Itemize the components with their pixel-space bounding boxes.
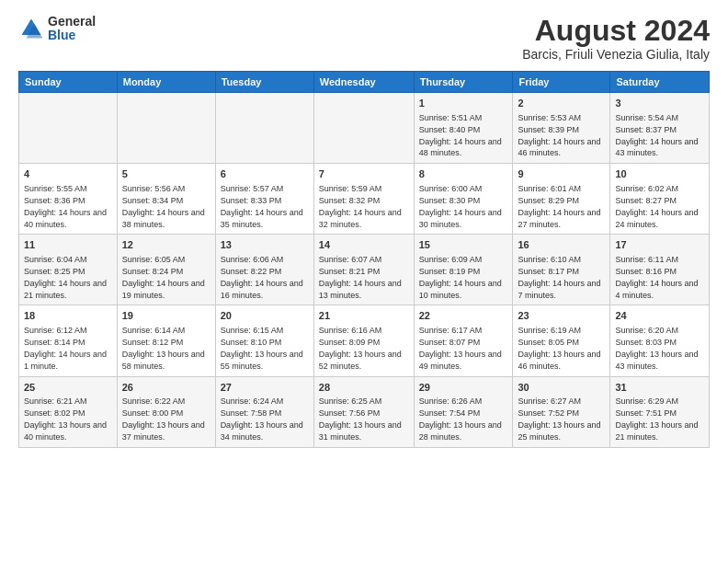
day-number: 14 [319,238,409,252]
day-cell: 3Sunrise: 5:54 AM Sunset: 8:37 PM Daylig… [610,93,710,164]
day-info: Sunrise: 6:14 AM Sunset: 8:12 PM Dayligh… [122,326,205,370]
col-header-monday: Monday [117,72,215,93]
day-info: Sunrise: 6:10 AM Sunset: 8:17 PM Dayligh… [518,255,600,299]
week-row-2: 4Sunrise: 5:55 AM Sunset: 8:36 PM Daylig… [19,164,710,235]
day-number: 3 [615,97,704,110]
week-row-1: 1Sunrise: 5:51 AM Sunset: 8:40 PM Daylig… [19,93,710,164]
day-info: Sunrise: 5:53 AM Sunset: 8:39 PM Dayligh… [518,113,600,157]
day-info: Sunrise: 5:56 AM Sunset: 8:34 PM Dayligh… [122,184,205,228]
day-info: Sunrise: 6:11 AM Sunset: 8:16 PM Dayligh… [615,255,698,299]
day-number: 16 [518,238,605,252]
day-cell: 4Sunrise: 5:55 AM Sunset: 8:36 PM Daylig… [19,164,118,235]
day-info: Sunrise: 6:29 AM Sunset: 7:51 PM Dayligh… [615,396,698,441]
day-number: 13 [221,238,309,252]
page: General Blue August 2024 Barcis, Friuli … [0,0,728,563]
col-header-sunday: Sunday [19,72,118,93]
logo-text: General Blue [48,15,96,43]
day-cell: 27Sunrise: 6:24 AM Sunset: 7:58 PM Dayli… [215,376,313,447]
day-info: Sunrise: 6:04 AM Sunset: 8:25 PM Dayligh… [24,255,107,299]
day-number: 2 [518,97,605,110]
day-number: 17 [615,238,704,252]
day-number: 1 [419,97,508,110]
day-info: Sunrise: 6:15 AM Sunset: 8:10 PM Dayligh… [221,326,303,370]
day-number: 8 [419,167,508,181]
day-number: 11 [24,238,112,252]
col-header-thursday: Thursday [414,72,513,93]
day-cell: 14Sunrise: 6:07 AM Sunset: 8:21 PM Dayli… [313,235,414,305]
day-number: 27 [221,381,309,395]
main-title: August 2024 [522,15,710,47]
day-cell: 7Sunrise: 5:59 AM Sunset: 8:32 PM Daylig… [313,164,414,235]
day-number: 6 [221,167,309,181]
day-info: Sunrise: 5:59 AM Sunset: 8:32 PM Dayligh… [319,184,402,228]
day-cell: 10Sunrise: 6:02 AM Sunset: 8:27 PM Dayli… [610,164,710,235]
day-cell: 20Sunrise: 6:15 AM Sunset: 8:10 PM Dayli… [215,305,313,376]
day-number: 26 [122,381,210,395]
week-row-5: 25Sunrise: 6:21 AM Sunset: 8:02 PM Dayli… [19,376,710,447]
day-number: 20 [221,309,309,323]
day-cell [215,93,313,164]
day-info: Sunrise: 5:51 AM Sunset: 8:40 PM Dayligh… [419,113,502,157]
day-info: Sunrise: 6:09 AM Sunset: 8:19 PM Dayligh… [419,255,502,299]
day-cell: 13Sunrise: 6:06 AM Sunset: 8:22 PM Dayli… [215,235,313,305]
day-number: 19 [122,309,210,323]
week-row-3: 11Sunrise: 6:04 AM Sunset: 8:25 PM Dayli… [19,235,710,305]
subtitle: Barcis, Friuli Venezia Giulia, Italy [522,47,710,62]
day-number: 18 [24,309,112,323]
day-cell: 30Sunrise: 6:27 AM Sunset: 7:52 PM Dayli… [513,376,610,447]
col-header-saturday: Saturday [610,72,710,93]
day-cell: 9Sunrise: 6:01 AM Sunset: 8:29 PM Daylig… [513,164,610,235]
calendar-table: SundayMondayTuesdayWednesdayThursdayFrid… [18,71,710,447]
day-info: Sunrise: 6:22 AM Sunset: 8:00 PM Dayligh… [122,396,205,441]
day-number: 25 [24,381,112,395]
day-info: Sunrise: 6:17 AM Sunset: 8:07 PM Dayligh… [419,326,502,370]
day-number: 29 [419,381,508,395]
day-cell: 28Sunrise: 6:25 AM Sunset: 7:56 PM Dayli… [313,376,414,447]
logo: General Blue [18,15,96,43]
day-cell: 22Sunrise: 6:17 AM Sunset: 8:07 PM Dayli… [414,305,513,376]
day-cell [117,93,215,164]
day-cell: 21Sunrise: 6:16 AM Sunset: 8:09 PM Dayli… [313,305,414,376]
logo-general-text: General [48,15,96,29]
day-info: Sunrise: 6:12 AM Sunset: 8:14 PM Dayligh… [24,326,107,370]
day-cell: 6Sunrise: 5:57 AM Sunset: 8:33 PM Daylig… [215,164,313,235]
col-header-tuesday: Tuesday [215,72,313,93]
day-number: 21 [319,309,409,323]
day-number: 10 [615,167,704,181]
day-info: Sunrise: 6:06 AM Sunset: 8:22 PM Dayligh… [221,255,303,299]
day-info: Sunrise: 6:25 AM Sunset: 7:56 PM Dayligh… [319,396,402,441]
day-number: 28 [319,381,409,395]
day-cell [19,93,118,164]
day-info: Sunrise: 5:57 AM Sunset: 8:33 PM Dayligh… [221,184,303,228]
day-info: Sunrise: 6:24 AM Sunset: 7:58 PM Dayligh… [221,396,303,441]
day-cell: 15Sunrise: 6:09 AM Sunset: 8:19 PM Dayli… [414,235,513,305]
day-number: 15 [419,238,508,252]
day-cell: 26Sunrise: 6:22 AM Sunset: 8:00 PM Dayli… [117,376,215,447]
day-info: Sunrise: 6:27 AM Sunset: 7:52 PM Dayligh… [518,396,600,441]
day-info: Sunrise: 6:26 AM Sunset: 7:54 PM Dayligh… [419,396,502,441]
header: General Blue August 2024 Barcis, Friuli … [18,15,710,62]
day-info: Sunrise: 6:00 AM Sunset: 8:30 PM Dayligh… [419,184,502,228]
title-block: August 2024 Barcis, Friuli Venezia Giuli… [522,15,710,62]
day-number: 30 [518,381,605,395]
day-cell: 16Sunrise: 6:10 AM Sunset: 8:17 PM Dayli… [513,235,610,305]
day-info: Sunrise: 5:54 AM Sunset: 8:37 PM Dayligh… [615,113,698,157]
week-row-4: 18Sunrise: 6:12 AM Sunset: 8:14 PM Dayli… [19,305,710,376]
day-cell: 11Sunrise: 6:04 AM Sunset: 8:25 PM Dayli… [19,235,118,305]
day-cell: 17Sunrise: 6:11 AM Sunset: 8:16 PM Dayli… [610,235,710,305]
day-cell: 23Sunrise: 6:19 AM Sunset: 8:05 PM Dayli… [513,305,610,376]
day-info: Sunrise: 6:01 AM Sunset: 8:29 PM Dayligh… [518,184,600,228]
day-number: 22 [419,309,508,323]
col-header-wednesday: Wednesday [313,72,414,93]
day-info: Sunrise: 6:20 AM Sunset: 8:03 PM Dayligh… [615,326,698,370]
col-header-friday: Friday [513,72,610,93]
day-number: 4 [24,167,112,181]
day-cell: 12Sunrise: 6:05 AM Sunset: 8:24 PM Dayli… [117,235,215,305]
day-number: 12 [122,238,210,252]
day-cell: 1Sunrise: 5:51 AM Sunset: 8:40 PM Daylig… [414,93,513,164]
day-number: 31 [615,381,704,395]
day-info: Sunrise: 5:55 AM Sunset: 8:36 PM Dayligh… [24,184,107,228]
day-info: Sunrise: 6:21 AM Sunset: 8:02 PM Dayligh… [24,396,107,441]
day-number: 24 [615,309,704,323]
day-cell: 31Sunrise: 6:29 AM Sunset: 7:51 PM Dayli… [610,376,710,447]
